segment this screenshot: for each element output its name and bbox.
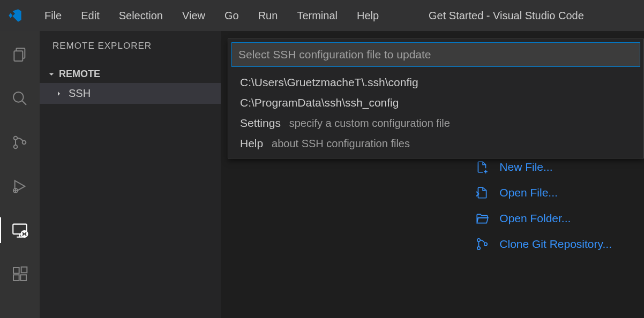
svg-rect-13 [13, 275, 19, 281]
svg-point-4 [14, 137, 18, 140]
action-label: Open Folder... [499, 212, 571, 225]
svg-point-5 [14, 145, 18, 149]
svg-point-2 [13, 92, 24, 102]
quick-item-config-user[interactable]: C:\Users\GruetzmacheT\.ssh\config [228, 72, 643, 93]
quick-item-label: Help [240, 137, 263, 149]
quick-item-settings[interactable]: Settings specify a custom configuration … [228, 113, 643, 133]
chevron-right-icon [55, 89, 63, 98]
tree-section: REMOTE SSH [40, 61, 221, 108]
svg-line-3 [22, 101, 26, 105]
menu-edit[interactable]: Edit [71, 5, 109, 26]
svg-point-18 [477, 239, 480, 241]
svg-rect-15 [21, 267, 27, 273]
action-label: Clone Git Repository... [499, 238, 612, 251]
quick-input-list: C:\Users\GruetzmacheT\.ssh\config C:\Pro… [228, 70, 643, 158]
recent-header: Recent [486, 315, 537, 318]
new-file-icon [475, 160, 490, 175]
menu-file[interactable]: File [35, 5, 71, 26]
action-open-file[interactable]: Open File... [475, 185, 612, 200]
svg-rect-12 [13, 268, 19, 274]
run-debug-icon[interactable] [7, 173, 33, 199]
quick-item-label: Settings [240, 117, 281, 129]
svg-point-19 [477, 247, 480, 249]
tree-section-label: REMOTE [59, 69, 100, 80]
action-label: Open File... [499, 186, 558, 199]
quick-item-label: C:\ProgramData\ssh\ssh_config [240, 96, 399, 109]
chevron-down-icon [47, 70, 56, 79]
quick-item-description: about SSH configuration files [272, 138, 410, 149]
quick-item-help[interactable]: Help about SSH configuration files [228, 133, 643, 154]
open-file-icon [475, 185, 490, 200]
tree-item-ssh[interactable]: SSH [40, 83, 221, 104]
menubar: File Edit Selection View Go Run Terminal… [0, 0, 644, 31]
window-title: Get Started - Visual Studio Code [429, 10, 584, 22]
menu-terminal[interactable]: Terminal [287, 5, 347, 26]
explorer-icon[interactable] [7, 42, 33, 67]
svg-rect-14 [20, 275, 26, 281]
vscode-logo-icon [5, 6, 24, 25]
menu-go[interactable]: Go [215, 5, 249, 26]
quick-input-field[interactable] [231, 42, 640, 67]
remote-explorer-icon[interactable] [7, 217, 33, 243]
svg-rect-1 [14, 51, 23, 61]
source-control-icon[interactable] [7, 130, 33, 155]
quick-input-widget: C:\Users\GruetzmacheT\.ssh\config C:\Pro… [228, 39, 644, 158]
action-open-folder[interactable]: Open Folder... [475, 211, 612, 226]
menu-view[interactable]: View [173, 5, 215, 26]
action-clone-repo[interactable]: Clone Git Repository... [475, 237, 612, 252]
action-label: New File... [499, 161, 552, 173]
tree-section-header[interactable]: REMOTE [40, 65, 221, 83]
quick-item-description: specify a custom configuration file [289, 117, 450, 129]
menu-run[interactable]: Run [249, 5, 288, 26]
open-folder-icon [475, 211, 490, 226]
quick-item-label: C:\Users\GruetzmacheT\.ssh\config [240, 76, 418, 88]
menu-help[interactable]: Help [347, 5, 388, 26]
activity-bar [0, 31, 40, 318]
menu-items: File Edit Selection View Go Run Terminal… [35, 5, 388, 26]
sidebar-title: REMOTE EXPLORER [40, 31, 221, 61]
svg-point-6 [23, 141, 26, 145]
search-icon[interactable] [7, 86, 33, 111]
action-new-file[interactable]: New File... [475, 160, 612, 175]
quick-item-config-programdata[interactable]: C:\ProgramData\ssh\ssh_config [228, 93, 643, 113]
start-actions: New File... Open File... Open Folder... … [475, 160, 612, 252]
git-clone-icon [475, 237, 490, 252]
extensions-icon[interactable] [7, 261, 33, 287]
menu-selection[interactable]: Selection [109, 5, 173, 26]
svg-point-20 [484, 243, 487, 245]
tree-item-label: SSH [69, 87, 91, 100]
sidebar: REMOTE EXPLORER REMOTE SSH [40, 31, 221, 318]
